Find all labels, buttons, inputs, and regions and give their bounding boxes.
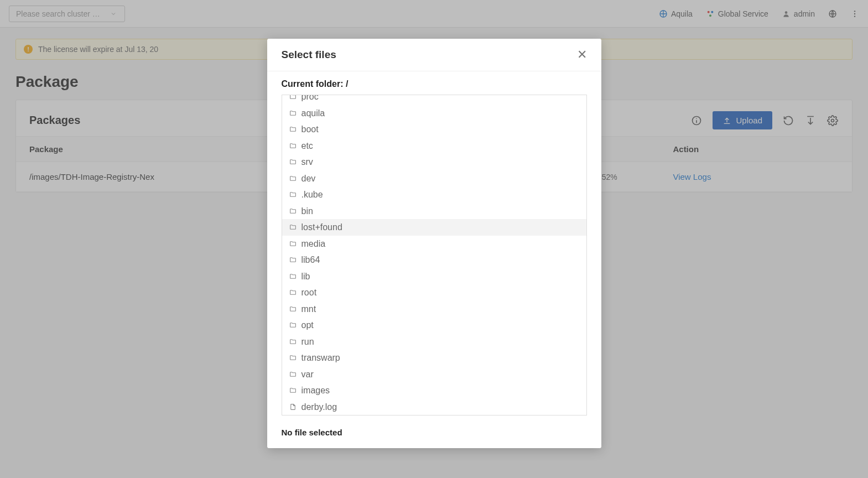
folder-item-bin[interactable]: bin bbox=[282, 203, 586, 220]
folder-icon bbox=[289, 158, 297, 165]
fs-entry-name: lib bbox=[302, 269, 310, 284]
fs-entry-name: aquila bbox=[302, 106, 325, 121]
fs-entry-name: var bbox=[302, 367, 314, 382]
fs-entry-name: root bbox=[302, 285, 317, 300]
file-item-derby.log[interactable]: derby.log bbox=[282, 399, 586, 415]
folder-item-proc[interactable]: proc bbox=[282, 95, 586, 105]
folder-item-opt[interactable]: opt bbox=[282, 317, 586, 334]
folder-item-srv[interactable]: srv bbox=[282, 154, 586, 170]
fs-entry-name: dev bbox=[302, 172, 316, 186]
folder-item-aquila[interactable]: aquila bbox=[282, 105, 586, 122]
folder-icon bbox=[289, 126, 297, 133]
folder-item-dev[interactable]: dev bbox=[282, 170, 586, 187]
folder-icon bbox=[289, 95, 297, 100]
folder-item-var[interactable]: var bbox=[282, 366, 586, 383]
fs-entry-name: lib64 bbox=[302, 253, 320, 267]
folder-item-.kube[interactable]: .kube bbox=[282, 186, 586, 203]
fs-entry-name: etc bbox=[302, 139, 313, 153]
fs-entry-name: derby.log bbox=[302, 400, 337, 414]
folder-item-transwarp[interactable]: transwarp bbox=[282, 350, 586, 366]
fs-entry-name: images bbox=[302, 383, 330, 398]
current-folder-path: / bbox=[346, 79, 348, 89]
folder-icon bbox=[289, 224, 297, 231]
file-icon bbox=[289, 403, 297, 411]
folder-icon bbox=[289, 371, 297, 378]
current-folder-label: Current folder: / bbox=[282, 79, 587, 89]
fs-entry-name: transwarp bbox=[302, 351, 340, 365]
folder-item-images[interactable]: images bbox=[282, 382, 586, 399]
folder-icon bbox=[289, 305, 297, 313]
fs-entry-name: proc bbox=[302, 95, 319, 104]
fs-entry-name: bin bbox=[302, 204, 313, 219]
folder-item-run[interactable]: run bbox=[282, 334, 586, 350]
selection-status: No file selected bbox=[282, 428, 587, 437]
folder-icon bbox=[289, 289, 297, 296]
modal-header: Select files ✕ bbox=[267, 39, 601, 71]
modal-body: Current folder: / procaquilabootetcsrvde… bbox=[267, 71, 601, 448]
folder-icon bbox=[289, 175, 297, 182]
modal-title: Select files bbox=[282, 49, 336, 61]
fs-entry-name: mnt bbox=[302, 302, 316, 316]
folder-icon bbox=[289, 256, 297, 263]
fs-entry-name: .kube bbox=[302, 188, 323, 202]
file-browser[interactable]: procaquilabootetcsrvdev.kubebinlost+foun… bbox=[282, 95, 587, 415]
folder-icon bbox=[289, 240, 297, 247]
folder-item-etc[interactable]: etc bbox=[282, 138, 586, 154]
folder-icon bbox=[289, 338, 297, 345]
folder-item-tmp[interactable]: tmp bbox=[282, 415, 586, 415]
folder-icon bbox=[289, 354, 297, 361]
fs-entry-name: opt bbox=[302, 318, 314, 332]
fs-entry-name: boot bbox=[302, 122, 319, 137]
folder-item-mnt[interactable]: mnt bbox=[282, 301, 586, 318]
fs-entry-name: run bbox=[302, 335, 314, 349]
folder-icon bbox=[289, 273, 297, 280]
fs-entry-name: media bbox=[302, 237, 326, 251]
folder-icon bbox=[289, 142, 297, 149]
folder-item-root[interactable]: root bbox=[282, 284, 586, 301]
modal-overlay[interactable]: Select files ✕ Current folder: / procaqu… bbox=[0, 0, 868, 478]
fs-entry-name: lost+found bbox=[302, 220, 342, 235]
folder-icon bbox=[289, 191, 297, 198]
fs-entry-name: srv bbox=[302, 155, 313, 169]
folder-item-lost+found[interactable]: lost+found bbox=[282, 219, 586, 236]
folder-icon bbox=[289, 321, 297, 329]
folder-icon bbox=[289, 110, 297, 117]
folder-icon bbox=[289, 207, 297, 215]
select-files-modal: Select files ✕ Current folder: / procaqu… bbox=[267, 39, 601, 448]
close-icon[interactable]: ✕ bbox=[577, 49, 587, 61]
folder-item-media[interactable]: media bbox=[282, 236, 586, 252]
current-folder-prefix: Current folder: bbox=[282, 79, 346, 89]
folder-icon bbox=[289, 387, 297, 394]
folder-item-lib64[interactable]: lib64 bbox=[282, 252, 586, 268]
folder-item-boot[interactable]: boot bbox=[282, 121, 586, 138]
folder-item-lib[interactable]: lib bbox=[282, 268, 586, 285]
